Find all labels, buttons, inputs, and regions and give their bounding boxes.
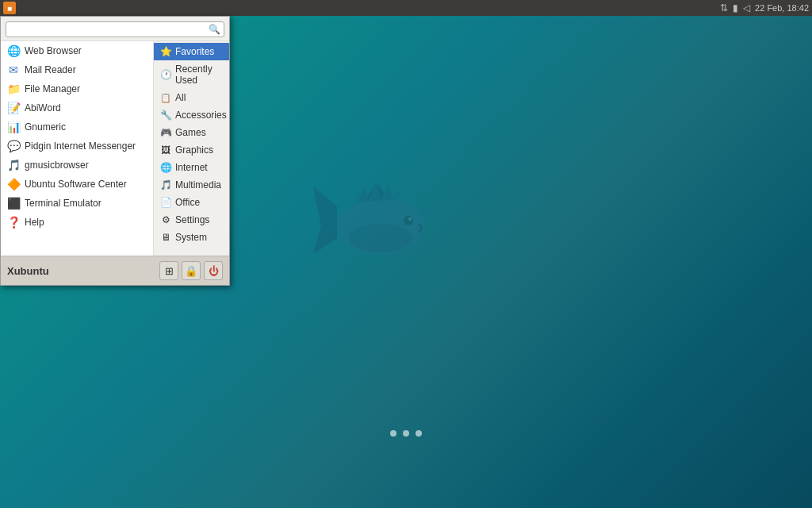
menu-body: 🌐 Web Browser ✉ Mail Reader 📁 File Manag… [1,41,229,256]
category-multimedia[interactable]: 🎵 Multimedia [154,176,229,194]
mail-reader-icon: ✉ [7,64,20,76]
app-label-gnumeric: Gnumeric [25,121,66,133]
search-button[interactable]: 🔍 [209,24,220,35]
svg-marker-1 [313,187,337,254]
app-label-ubuntu-software: Ubuntu Software Center [25,179,127,190]
gnumeric-icon: 📊 [7,121,20,133]
search-bar: 🔍 [1,17,229,41]
network-icon: ⇅ [720,2,728,13]
category-label-multimedia: Multimedia [175,179,221,190]
gmusicbrowser-icon: 🎵 [7,159,20,171]
app-item-pidgin[interactable]: 💬 Pidgin Internet Messenger [1,137,153,156]
app-item-file-manager[interactable]: 📁 File Manager [1,79,153,98]
dot-1 [390,430,396,437]
app-item-mail-reader[interactable]: ✉ Mail Reader [1,60,153,79]
lock-screen-button[interactable]: 🔒 [182,261,201,280]
datetime: 22 Feb, 18:42 [755,3,809,13]
menu-footer: Xubuntu ⊞ 🔒 ⏻ [1,256,229,285]
category-label-system: System [175,232,207,243]
footer-buttons: ⊞ 🔒 ⏻ [159,261,223,280]
category-system[interactable]: 🖥 System [154,229,229,246]
category-recently-used[interactable]: 🕐 Recently Used [154,60,229,89]
app-item-gmusicbrowser[interactable]: 🎵 gmusicbrowser [1,156,153,175]
category-games[interactable]: 🎮 Games [154,124,229,141]
abiword-icon: 📝 [7,102,20,114]
category-favorites[interactable]: ⭐ Favorites [154,43,229,60]
multimedia-icon: 🎵 [160,179,171,190]
app-item-ubuntu-software[interactable]: 🔶 Ubuntu Software Center [1,175,153,194]
internet-icon: 🌐 [160,162,171,173]
category-label-all: All [175,92,186,103]
settings-icon: ⚙ [160,214,171,225]
category-label-internet: Internet [175,162,208,173]
dot-3 [416,430,422,437]
category-label-settings: Settings [175,214,209,225]
svg-point-7 [404,216,413,225]
footer-label: Xubuntu [7,265,49,277]
app-label-pidgin: Pidgin Internet Messenger [25,140,136,152]
svg-point-6 [349,224,412,252]
app-item-abiword[interactable]: 📝 AbiWord [1,98,153,117]
app-item-gnumeric[interactable]: 📊 Gnumeric [1,117,153,137]
app-item-help[interactable]: ❓ Help [1,213,153,232]
all-icon: 📋 [160,92,171,103]
switch-user-button[interactable]: ⊞ [159,261,178,280]
taskbar: ■ ⇅ ▮ ◁ 22 Feb, 18:42 [0,0,812,16]
app-menu: 🔍 🌐 Web Browser ✉ Mail Reader 📁 File Man… [0,16,230,286]
fish-logo [309,175,452,278]
app-label-web-browser: Web Browser [25,45,82,56]
dot-2 [403,430,409,437]
ubuntu-software-icon: 🔶 [7,178,20,190]
app-label-file-manager: File Manager [25,83,80,94]
file-manager-icon: 📁 [7,83,20,95]
category-label-accessories: Accessories [175,110,227,121]
terminal-icon: ⬛ [7,197,20,210]
app-item-web-browser[interactable]: 🌐 Web Browser [1,41,153,60]
app-label-abiword: AbiWord [25,102,61,114]
category-label-recently-used: Recently Used [175,64,223,86]
category-accessories[interactable]: 🔧 Accessories [154,106,229,124]
categories-panel: ⭐ Favorites 🕐 Recently Used 📋 All 🔧 Acce… [154,41,229,256]
help-icon: ❓ [7,216,20,229]
accessories-icon: 🔧 [160,110,171,121]
search-input-wrapper: 🔍 [6,21,224,37]
app-label-terminal: Terminal Emulator [25,198,102,209]
games-icon: 🎮 [160,127,171,138]
graphics-icon: 🖼 [160,144,171,156]
desktop: ■ ⇅ ▮ ◁ 22 Feb, 18:42 [0,0,812,508]
app-item-terminal[interactable]: ⬛ Terminal Emulator [1,194,153,213]
recently-used-icon: 🕐 [160,69,171,80]
apps-panel: 🌐 Web Browser ✉ Mail Reader 📁 File Manag… [1,41,154,256]
category-all[interactable]: 📋 All [154,89,229,106]
category-office[interactable]: 📄 Office [154,194,229,211]
system-icon: 🖥 [160,232,171,243]
app-label-gmusicbrowser: gmusicbrowser [25,160,89,171]
app-label-mail-reader: Mail Reader [25,64,76,75]
category-internet[interactable]: 🌐 Internet [154,159,229,176]
category-label-graphics: Graphics [175,144,213,156]
web-browser-icon: 🌐 [7,44,20,57]
pidgin-icon: 💬 [7,140,20,152]
taskbar-left: ■ [3,2,16,14]
app-menu-button[interactable]: ■ [3,2,16,14]
favorites-icon: ⭐ [160,46,171,57]
loading-dots [390,430,422,437]
power-button[interactable]: ⏻ [204,261,223,280]
volume-icon: ◁ [743,2,750,13]
battery-icon: ▮ [733,2,738,13]
category-settings[interactable]: ⚙ Settings [154,211,229,229]
svg-marker-3 [357,187,369,202]
category-label-office: Office [175,197,200,208]
svg-point-8 [408,217,412,221]
category-label-games: Games [175,127,206,138]
taskbar-right: ⇅ ▮ ◁ 22 Feb, 18:42 [720,2,809,13]
category-graphics[interactable]: 🖼 Graphics [154,141,229,159]
search-input[interactable] [10,24,209,35]
category-label-favorites: Favorites [175,46,214,57]
app-label-help: Help [25,217,44,228]
office-icon: 📄 [160,197,171,208]
